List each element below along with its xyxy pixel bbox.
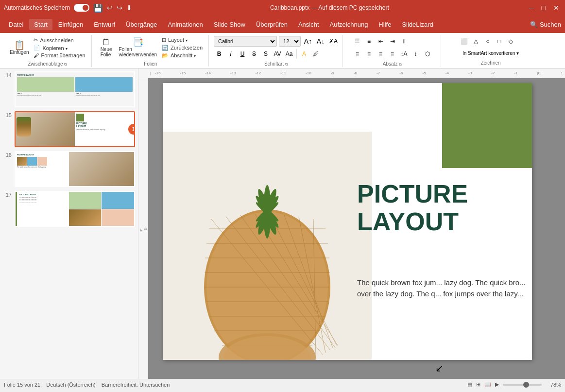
slide-canvas[interactable]: PICTURE LAYOUT The quick brown fox jum..… (163, 83, 532, 360)
shape1-icon[interactable]: △ (471, 36, 481, 47)
slide-number-17: 17 (3, 191, 12, 198)
copy-icon: 📄 (34, 45, 40, 51)
menu-aufzeichnung[interactable]: Aufzeichnung (325, 19, 373, 30)
slide-title[interactable]: PICTURE LAYOUT (352, 180, 532, 236)
text-direction-button[interactable]: ↕A (399, 49, 410, 59)
slide-viewport[interactable]: PICTURE LAYOUT The quick brown fox jum..… (148, 78, 565, 379)
search-label[interactable]: Suchen (540, 21, 561, 28)
copy-button[interactable]: 📄 Kopieren ▾ (32, 44, 87, 51)
shadow-button[interactable]: S (260, 49, 271, 59)
smartart-convert-button[interactable]: In SmartArt konvertieren ▾ (459, 48, 522, 58)
slide-thumb-15[interactable]: PICTURELAYOUT The quick brown fox jumps … (15, 111, 135, 147)
align-center-button[interactable]: ≡ (364, 49, 375, 59)
justify-button[interactable]: ≡ (387, 49, 398, 59)
indent-increase-button[interactable]: ⇥ (387, 36, 398, 47)
menu-start[interactable]: Start (29, 19, 52, 30)
menu-ansicht[interactable]: Ansicht (293, 19, 324, 30)
save-icon[interactable]: 💾 (93, 3, 103, 13)
view-normal-icon[interactable]: ▤ (467, 381, 472, 388)
neue-folie-button[interactable]: 🗒 NeueFolie (97, 36, 116, 59)
ruler-vertical: -9 -8 -7 -6 -5 -4 -3 -2 -1 |0| 1 2 3 4 (138, 78, 148, 379)
layout-button[interactable]: ⊞ Layout ▾ (160, 36, 205, 44)
qat-icon[interactable]: ⬇ (126, 4, 132, 12)
slide-body-text[interactable]: The quick brown fox jum... lazy dog. The… (352, 277, 532, 299)
menu-animationen[interactable]: Animationen (163, 19, 208, 30)
menu-einfuegen[interactable]: Einfügen (53, 19, 88, 30)
format-painter-icon: 🖌 (34, 52, 39, 58)
close-icon[interactable]: ✕ (551, 4, 561, 12)
slide-item-16[interactable]: 16 PICTURE LAYOUT The quick brown fox ju… (2, 150, 136, 188)
paste-icon: 📋 (14, 41, 25, 50)
highlight-button[interactable]: 🖊 (310, 49, 321, 59)
view-presentation-icon[interactable]: ▶ (495, 381, 499, 388)
slide-panel[interactable]: 14 PICTURE LAYOUT Titel 1 The quick brow… (0, 68, 138, 379)
reset-icon: 🔄 (162, 45, 169, 51)
undo-icon[interactable]: ↩ (107, 4, 113, 12)
numbering-button[interactable]: ≡ (364, 36, 375, 47)
menu-slideshow[interactable]: Slide Show (209, 19, 250, 30)
slide-thumb-14[interactable]: PICTURE LAYOUT Titel 1 The quick brown f… (15, 71, 135, 107)
maximize-icon[interactable]: □ (540, 4, 548, 12)
font-increase-button[interactable]: A↑ (303, 36, 313, 47)
document-title: Caribbean.pptx — Auf diesem PC gespeiche… (136, 4, 523, 11)
align-right-button[interactable]: ≡ (376, 49, 386, 59)
slide-thumb-17[interactable]: PICTURE LAYOUT The quick brown fox jumps… (15, 191, 135, 227)
einfuegen-button[interactable]: 📋 Einfügen (8, 36, 31, 59)
columns-button[interactable]: ⫴ (399, 36, 410, 47)
format-painter-button[interactable]: 🖌 Format übertragen (32, 52, 87, 59)
zoom-slider[interactable] (503, 384, 542, 386)
zuruecksetzen-button[interactable]: 🔄 Zurücksetzen (160, 44, 205, 51)
menu-hilfe[interactable]: Hilfe (374, 19, 396, 30)
font-family-select[interactable]: Calibri (214, 36, 277, 47)
status-right: ▤ ⊞ 📖 ▶ 78% (467, 381, 561, 388)
indent-decrease-button[interactable]: ⇤ (376, 36, 386, 47)
slide-number-16: 16 (3, 151, 12, 158)
font-size-select[interactable]: 12 (279, 36, 301, 47)
slide-item-15[interactable]: 15 PICTURELAYOUT The quick brown fox jum… (2, 110, 136, 148)
spacing-button[interactable]: AV (272, 49, 283, 59)
menu-uebergaenge[interactable]: Übergänge (121, 19, 162, 30)
align-text-button[interactable]: ↕ (411, 49, 421, 59)
section-icon: 📂 (162, 52, 169, 59)
bullets-button[interactable]: ☰ (352, 36, 363, 47)
accessibility-info: Barrierefreiheit: Untersuchen (102, 382, 170, 388)
abschnitt-button[interactable]: 📂 Abschnitt ▾ (160, 52, 205, 59)
copy-label: Kopieren ▾ (42, 45, 67, 51)
autosave-toggle[interactable] (74, 4, 89, 12)
bold-button[interactable]: B (214, 49, 224, 59)
menu-slidelizard[interactable]: SlideLizard (397, 19, 438, 30)
shape4-icon[interactable]: ◇ (506, 36, 516, 47)
abschnitt-label: Abschnitt ▾ (171, 52, 196, 58)
case-button[interactable]: Aa (284, 49, 294, 59)
italic-button[interactable]: I (225, 49, 236, 59)
redo-icon[interactable]: ↪ (117, 4, 122, 12)
clear-format-button[interactable]: ✗A (328, 36, 339, 47)
menu-entwurf[interactable]: Entwurf (89, 19, 120, 30)
cut-label: Ausschneiden (40, 37, 73, 43)
folien-small-group: ⊞ Layout ▾ 🔄 Zurücksetzen 📂 Abschnitt ▾ (160, 36, 205, 59)
cut-icon: ✂ (34, 37, 38, 43)
textbox-icon[interactable]: ⬜ (459, 36, 470, 47)
cut-button[interactable]: ✂ Ausschneiden (32, 36, 87, 44)
menu-ueberprufen[interactable]: Überprüfen (251, 19, 292, 30)
shape2-icon[interactable]: ○ (482, 36, 493, 47)
pineapple-svg (163, 132, 372, 360)
align-left-button[interactable]: ≡ (352, 49, 363, 59)
strikethrough-button[interactable]: S (249, 49, 259, 59)
neue-folie-label: NeueFolie (101, 47, 112, 57)
font-color-button[interactable]: A (299, 49, 309, 59)
minimize-icon[interactable]: ─ (527, 4, 536, 12)
slide-item-17[interactable]: 17 PICTURE LAYOUT The quick brown fox ju… (2, 190, 136, 228)
menu-datei[interactable]: Datei (4, 19, 28, 30)
search-area[interactable]: 🔍 Suchen (530, 21, 561, 28)
folien-wiederverwenden-button[interactable]: 📑 Folienwiederverwenden (117, 36, 159, 59)
smartart-button[interactable]: ⬡ (422, 49, 433, 59)
font-decrease-button[interactable]: A↓ (315, 36, 326, 47)
slide-item-14[interactable]: 14 PICTURE LAYOUT Titel 1 The quick brow… (2, 70, 136, 108)
slide-thumb-16[interactable]: PICTURE LAYOUT The quick brown fox jumps… (15, 151, 135, 187)
shape3-icon[interactable]: □ (494, 36, 505, 47)
underline-button[interactable]: U (237, 49, 248, 59)
ruler-horizontal: | -16-15-14-13-12-11-10-9-8-7-6-5-4-3-2-… (138, 68, 565, 78)
view-slidesorter-icon[interactable]: ⊞ (476, 381, 480, 388)
view-reading-icon[interactable]: 📖 (484, 381, 491, 388)
